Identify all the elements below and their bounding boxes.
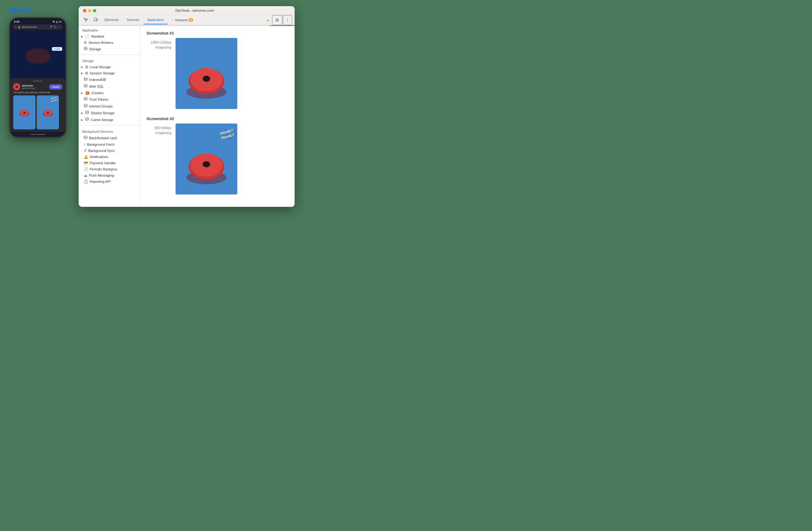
screenshot-1-display: 1080×1920px image/png [147,38,288,109]
db-svg-2 [84,84,88,88]
bluetooth-icon: ∗ [53,20,55,23]
app-info: Airhorner airhorner.com [22,84,47,89]
device-svg [93,18,98,22]
svg-point-15 [86,111,89,112]
db-svg-3 [84,97,88,101]
phone-status-bar: 2:24 ∗ △ ▭ [10,18,66,24]
close-button[interactable] [83,9,86,12]
tab-application[interactable]: Application [143,16,168,24]
sidebar-divider-2 [79,125,140,125]
horn-svg-2 [41,108,54,117]
sidebar-item-back-forward[interactable]: Back/forward cach [79,135,140,141]
svg-point-10 [84,47,87,48]
screenshot-2-meta: 360×640px image/png [147,124,171,135]
sidebar-item-storage[interactable]: Storage [79,46,140,53]
honk-overlay-small: Honk!!Honk!! [50,96,58,102]
db-svg-6 [85,117,89,121]
status-icons: ∗ △ ▭ [53,20,62,23]
screenshot-section-1: Screenshot #1 1080×1920px image/png [147,31,288,109]
sidebar-item-local-storage[interactable]: ▶ ⊞ Local Storage [79,64,140,70]
sidebar-divider-1 [79,54,140,55]
sidebar-item-background-sync[interactable]: ↺ Background Sync [79,148,140,154]
svg-point-22 [203,75,210,82]
sidebar-item-cookies[interactable]: ▶ 🍪 Cookies [79,90,140,96]
storage-icon [84,47,88,52]
mobile-label: Mobile [9,6,31,14]
db-svg-5 [85,111,89,114]
install-button-top[interactable]: Install [52,47,62,51]
tab-elements[interactable]: Elements [101,16,122,24]
sidebar-item-indexeddb[interactable]: IndexedDB [79,76,140,83]
minimize-button[interactable] [88,9,91,12]
web-sql-icon [84,84,88,89]
shared-storage-icon [85,111,89,115]
more-options-button[interactable]: ⋮ [283,15,292,25]
tab-sources[interactable]: Sources [123,16,143,24]
sidebar-item-web-sql[interactable]: Web SQL [79,83,140,90]
db-svg-1 [84,77,88,81]
sidebar-item-trust-tokens[interactable]: Trust Tokens [79,96,140,103]
sidebar-section-application: Application [79,26,140,33]
sidebar-item-manifest[interactable]: ▶ 📄 Manifest [79,33,140,40]
sidebar-item-push-messaging[interactable]: ☁ Push Messaging [79,172,140,179]
install-button-sheet[interactable]: Install [49,84,62,89]
device-icon[interactable] [91,16,100,25]
cache-storage-arrow: ▶ [81,118,83,121]
url-text: airhorner.com [22,26,37,28]
inspect-icon[interactable] [81,16,90,25]
settings-button[interactable]: ⚙ [272,15,282,25]
sidebar-item-session-storage[interactable]: ▶ ⊞ Session Storage [79,70,140,76]
sidebar-item-shared-storage[interactable]: ▶ Shared Storage [79,110,140,116]
phone-frame: 2:24 ∗ △ ▭ ⌂ 🔒 airhorner.com 🎤 ⬛ ⋮ Insta… [9,17,66,138]
cookies-arrow: ▶ [81,92,83,95]
phone-screenshot-1 [13,95,35,129]
app-icon [13,83,20,90]
sidebar-item-periodic-background[interactable]: 🕐 Periodic Backgrou [79,166,140,172]
sidebar-item-interest-groups[interactable]: Interest Groups [79,103,140,110]
svg-point-12 [84,84,87,85]
sidebar-item-reporting-api[interactable]: 📋 Reporting API [79,179,140,185]
background-sync-icon: ↺ [84,149,87,153]
svg-rect-8 [94,18,96,21]
screenshot-2-display: 360×640px image/png [147,124,288,195]
tab-network[interactable]: ⚠ Network 2 [168,16,196,24]
screenshot-2-dimensions: 360×640px [147,126,171,130]
home-icon: ⌂ [15,26,17,28]
devtools-titlebar: DevTools - airhorner.com/ [79,6,295,15]
warning-triangle-icon: ⚠ [171,18,174,22]
battery-icon: ▭ [59,20,62,23]
sidebar-item-payment-handler[interactable]: 💳 Payment Handler [79,160,140,166]
bottom-sheet: Airhorner airhorner.com Install The worl… [10,78,66,132]
devtools-window: DevTools - airhorner.com/ Elements Sourc… [79,6,295,207]
more-tabs-button[interactable]: » [264,16,272,24]
devtools-tabbar: Elements Sources Application ⚠ Network 2… [79,15,295,25]
sidebar-item-service-workers[interactable]: ⚙ Service Workers [79,40,140,46]
svg-point-13 [84,97,87,98]
screenshot-2-mime: image/png [147,131,171,135]
cursor-svg [84,18,88,22]
service-workers-label: Service Workers [89,41,113,44]
phone-home-indicator [10,132,66,137]
screenshot-1-svg [179,41,234,106]
manifest-icon: 📄 [85,34,90,39]
app-dot [16,86,18,88]
screenshot-1-image [176,38,237,109]
more-icon: ⋮ [58,26,60,28]
devtools-content-panel: Screenshot #1 1080×1920px image/png [140,26,295,207]
phone-screenshot-2: Honk!!Honk!! [37,95,59,129]
screenshot-1-dimensions: 1080×1920px [147,40,171,44]
sidebar-section-bg-services: Background Services [79,127,140,135]
sidebar-item-cache-storage[interactable]: ▶ Cache Storage [79,116,140,123]
svg-point-16 [86,117,89,119]
screenshot-1-title: Screenshot #1 [147,31,288,36]
horn-svg-1 [18,108,31,117]
maximize-button[interactable] [93,9,96,12]
svg-point-27 [203,161,210,167]
tab-icon: ⬛ [54,26,57,28]
phone-url-bar[interactable]: ⌂ 🔒 airhorner.com 🎤 ⬛ ⋮ [13,24,63,30]
local-storage-icon: ⊞ [85,65,88,69]
sidebar-item-notifications[interactable]: 🔔 Notifications [79,154,140,160]
phone-content-area: Install Airhorner airhorner.com Install [10,31,66,132]
app-domain: airhorner.com [22,87,47,89]
sidebar-item-background-fetch[interactable]: ↕ Background Fetch [79,141,140,148]
